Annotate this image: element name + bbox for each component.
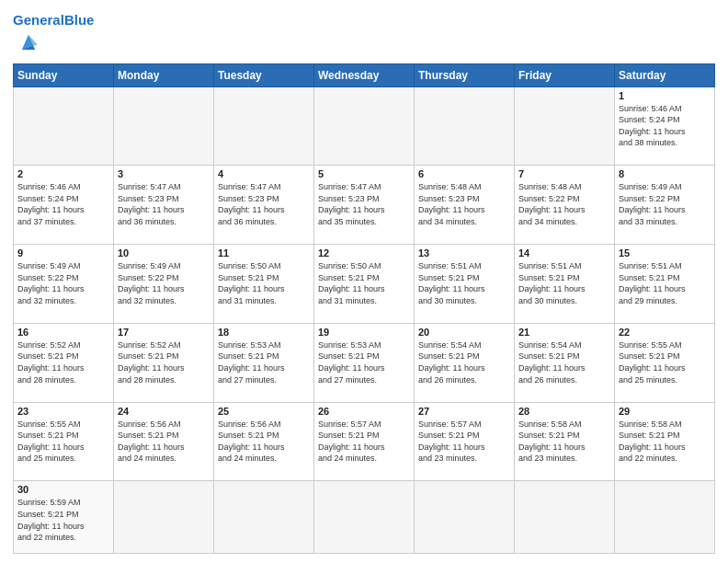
day-number: 15 xyxy=(619,247,711,259)
day-info: Sunrise: 5:51 AM Sunset: 5:21 PM Dayligh… xyxy=(418,260,510,306)
calendar-cell xyxy=(314,481,415,554)
day-number: 28 xyxy=(518,406,610,417)
calendar-cell xyxy=(214,86,314,166)
day-number: 9 xyxy=(17,247,109,259)
calendar-cell: 15Sunrise: 5:51 AM Sunset: 5:21 PM Dayli… xyxy=(615,245,715,324)
calendar-cell: 17Sunrise: 5:52 AM Sunset: 5:21 PM Dayli… xyxy=(114,323,214,402)
day-info: Sunrise: 5:50 AM Sunset: 5:21 PM Dayligh… xyxy=(318,260,410,306)
calendar-cell: 23Sunrise: 5:55 AM Sunset: 5:21 PM Dayli… xyxy=(14,402,114,481)
calendar-cell: 24Sunrise: 5:56 AM Sunset: 5:21 PM Dayli… xyxy=(114,402,214,481)
calendar-cell: 4Sunrise: 5:47 AM Sunset: 5:23 PM Daylig… xyxy=(214,166,314,245)
calendar-cell xyxy=(214,481,314,554)
day-number: 5 xyxy=(318,168,410,179)
calendar-cell: 11Sunrise: 5:50 AM Sunset: 5:21 PM Dayli… xyxy=(214,245,314,324)
day-info: Sunrise: 5:56 AM Sunset: 5:21 PM Dayligh… xyxy=(218,419,310,465)
week-row-6: 30Sunrise: 5:59 AM Sunset: 5:21 PM Dayli… xyxy=(14,481,715,554)
day-info: Sunrise: 5:51 AM Sunset: 5:21 PM Dayligh… xyxy=(518,260,610,306)
day-number: 21 xyxy=(518,327,610,338)
week-row-1: 1Sunrise: 5:46 AM Sunset: 5:24 PM Daylig… xyxy=(14,86,715,166)
day-info: Sunrise: 5:55 AM Sunset: 5:21 PM Dayligh… xyxy=(17,419,109,465)
day-info: Sunrise: 5:47 AM Sunset: 5:23 PM Dayligh… xyxy=(318,181,410,227)
day-number: 23 xyxy=(17,406,109,417)
day-info: Sunrise: 5:49 AM Sunset: 5:22 PM Dayligh… xyxy=(118,260,210,306)
logo-text: GeneralBlue xyxy=(13,13,94,29)
day-number: 11 xyxy=(218,247,310,259)
calendar-cell xyxy=(14,86,114,166)
day-number: 6 xyxy=(418,168,510,179)
day-info: Sunrise: 5:49 AM Sunset: 5:22 PM Dayligh… xyxy=(619,181,711,227)
calendar-cell: 27Sunrise: 5:57 AM Sunset: 5:21 PM Dayli… xyxy=(415,402,515,481)
day-info: Sunrise: 5:50 AM Sunset: 5:21 PM Dayligh… xyxy=(218,260,310,306)
weekday-header-sunday: Sunday xyxy=(14,63,114,86)
day-number: 12 xyxy=(318,247,410,259)
calendar-cell: 25Sunrise: 5:56 AM Sunset: 5:21 PM Dayli… xyxy=(214,402,314,481)
day-number: 18 xyxy=(218,327,310,338)
calendar-cell: 30Sunrise: 5:59 AM Sunset: 5:21 PM Dayli… xyxy=(14,481,114,554)
day-number: 17 xyxy=(118,327,210,338)
calendar-cell: 12Sunrise: 5:50 AM Sunset: 5:21 PM Dayli… xyxy=(314,245,415,324)
calendar-cell: 3Sunrise: 5:47 AM Sunset: 5:23 PM Daylig… xyxy=(114,166,214,245)
day-info: Sunrise: 5:49 AM Sunset: 5:22 PM Dayligh… xyxy=(17,260,109,306)
day-info: Sunrise: 5:46 AM Sunset: 5:24 PM Dayligh… xyxy=(17,181,109,227)
day-info: Sunrise: 5:53 AM Sunset: 5:21 PM Dayligh… xyxy=(318,339,410,385)
calendar-cell: 19Sunrise: 5:53 AM Sunset: 5:21 PM Dayli… xyxy=(314,323,415,402)
day-info: Sunrise: 5:54 AM Sunset: 5:21 PM Dayligh… xyxy=(518,339,610,385)
day-info: Sunrise: 5:54 AM Sunset: 5:21 PM Dayligh… xyxy=(418,339,510,385)
day-number: 22 xyxy=(619,327,711,338)
weekday-header-thursday: Thursday xyxy=(415,63,515,86)
weekday-header-saturday: Saturday xyxy=(615,63,715,86)
day-number: 26 xyxy=(318,406,410,417)
calendar-cell: 9Sunrise: 5:49 AM Sunset: 5:22 PM Daylig… xyxy=(14,245,114,324)
calendar-cell: 20Sunrise: 5:54 AM Sunset: 5:21 PM Dayli… xyxy=(415,323,515,402)
calendar-cell: 21Sunrise: 5:54 AM Sunset: 5:21 PM Dayli… xyxy=(515,323,615,402)
calendar-cell: 6Sunrise: 5:48 AM Sunset: 5:23 PM Daylig… xyxy=(415,166,515,245)
calendar-cell: 14Sunrise: 5:51 AM Sunset: 5:21 PM Dayli… xyxy=(515,245,615,324)
weekday-header-monday: Monday xyxy=(114,63,214,86)
day-number: 10 xyxy=(118,247,210,259)
week-row-2: 2Sunrise: 5:46 AM Sunset: 5:24 PM Daylig… xyxy=(14,166,715,245)
calendar-cell: 1Sunrise: 5:46 AM Sunset: 5:24 PM Daylig… xyxy=(615,86,715,166)
calendar-cell xyxy=(415,86,515,166)
week-row-5: 23Sunrise: 5:55 AM Sunset: 5:21 PM Dayli… xyxy=(14,402,715,481)
calendar-table: SundayMondayTuesdayWednesdayThursdayFrid… xyxy=(13,63,715,555)
day-number: 19 xyxy=(318,327,410,338)
day-info: Sunrise: 5:55 AM Sunset: 5:21 PM Dayligh… xyxy=(619,339,711,385)
calendar-cell: 13Sunrise: 5:51 AM Sunset: 5:21 PM Dayli… xyxy=(415,245,515,324)
calendar-cell xyxy=(515,86,615,166)
day-info: Sunrise: 5:47 AM Sunset: 5:23 PM Dayligh… xyxy=(118,181,210,227)
day-number: 16 xyxy=(17,327,109,338)
day-number: 29 xyxy=(619,406,711,417)
day-number: 2 xyxy=(17,168,109,179)
calendar-cell: 7Sunrise: 5:48 AM Sunset: 5:22 PM Daylig… xyxy=(515,166,615,245)
calendar-cell: 5Sunrise: 5:47 AM Sunset: 5:23 PM Daylig… xyxy=(314,166,415,245)
logo-icon xyxy=(16,29,41,54)
page: GeneralBlue SundayMondayTuesdayWednesday… xyxy=(0,0,728,563)
weekday-header-tuesday: Tuesday xyxy=(214,63,314,86)
header: GeneralBlue xyxy=(13,9,715,58)
day-number: 3 xyxy=(118,168,210,179)
day-info: Sunrise: 5:57 AM Sunset: 5:21 PM Dayligh… xyxy=(418,419,510,465)
day-info: Sunrise: 5:58 AM Sunset: 5:21 PM Dayligh… xyxy=(518,419,610,465)
day-info: Sunrise: 5:48 AM Sunset: 5:22 PM Dayligh… xyxy=(518,181,610,227)
weekday-header-friday: Friday xyxy=(515,63,615,86)
calendar-cell: 28Sunrise: 5:58 AM Sunset: 5:21 PM Dayli… xyxy=(515,402,615,481)
day-info: Sunrise: 5:52 AM Sunset: 5:21 PM Dayligh… xyxy=(118,339,210,385)
day-info: Sunrise: 5:59 AM Sunset: 5:21 PM Dayligh… xyxy=(17,497,109,543)
day-number: 1 xyxy=(619,90,711,101)
day-number: 7 xyxy=(518,168,610,179)
day-number: 14 xyxy=(518,247,610,259)
day-info: Sunrise: 5:47 AM Sunset: 5:23 PM Dayligh… xyxy=(218,181,310,227)
logo: GeneralBlue xyxy=(13,13,94,58)
day-number: 25 xyxy=(218,406,310,417)
day-info: Sunrise: 5:46 AM Sunset: 5:24 PM Dayligh… xyxy=(619,103,711,149)
calendar-cell xyxy=(114,481,214,554)
calendar-cell xyxy=(415,481,515,554)
logo-general: General xyxy=(13,12,64,28)
logo-blue: Blue xyxy=(64,12,95,28)
week-row-4: 16Sunrise: 5:52 AM Sunset: 5:21 PM Dayli… xyxy=(14,323,715,402)
calendar-cell xyxy=(515,481,615,554)
day-info: Sunrise: 5:56 AM Sunset: 5:21 PM Dayligh… xyxy=(118,419,210,465)
day-number: 8 xyxy=(619,168,711,179)
day-number: 13 xyxy=(418,247,510,259)
calendar-cell xyxy=(615,481,715,554)
